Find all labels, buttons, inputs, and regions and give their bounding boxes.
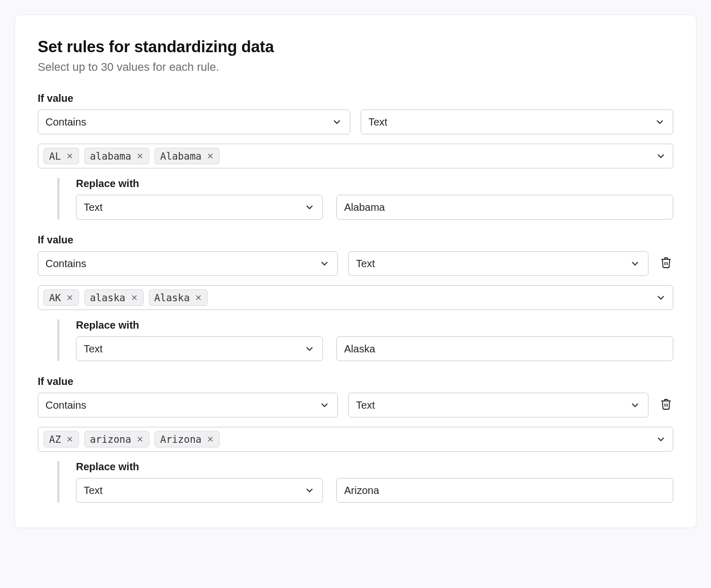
trash-icon	[660, 398, 672, 412]
value-tag: AL	[43, 148, 79, 164]
remove-tag-button[interactable]	[66, 152, 73, 160]
remove-tag-button[interactable]	[136, 152, 144, 160]
condition-row: ContainsText	[38, 110, 673, 134]
close-icon	[66, 150, 73, 162]
condition-type-value: Text	[356, 399, 375, 411]
replace-inner: Replace withTextArizona	[76, 461, 673, 503]
close-icon	[207, 150, 214, 162]
replace-value-text: Alaska	[344, 343, 375, 355]
replace-type-select[interactable]: Text	[76, 195, 323, 220]
condition-row: ContainsText	[38, 393, 673, 417]
values-tag-input[interactable]: AZarizonaArizona	[38, 427, 673, 452]
value-tag-label: Alabama	[160, 150, 202, 162]
if-value-label: If value	[38, 234, 673, 246]
value-tag-label: AK	[49, 292, 61, 303]
value-tag-label: alabama	[90, 150, 131, 162]
value-tag: AK	[43, 289, 79, 306]
condition-operator-select[interactable]: Contains	[38, 251, 338, 276]
value-tag: alaska	[84, 289, 144, 306]
if-value-label: If value	[38, 92, 673, 104]
remove-tag-button[interactable]	[66, 294, 73, 301]
values-tag-input[interactable]: ALalabamaAlabama	[38, 144, 673, 168]
replace-inner: Replace withTextAlabama	[76, 178, 673, 220]
replace-row: TextAlaska	[76, 336, 673, 361]
rule-block: If valueContainsTextALalabamaAlabamaRepl…	[38, 92, 673, 220]
close-icon	[136, 150, 144, 162]
page-title: Set rules for standardizing data	[38, 38, 673, 56]
replace-inner: Replace withTextAlaska	[76, 319, 673, 361]
trash-icon	[660, 256, 672, 271]
value-tag: Alabama	[154, 148, 220, 164]
chevron-down-icon	[654, 116, 666, 128]
condition-type-value: Text	[368, 116, 388, 128]
if-value-label: If value	[38, 376, 673, 388]
replace-value-text: Arizona	[344, 485, 379, 497]
close-icon	[136, 434, 144, 445]
replace-row: TextArizona	[76, 478, 673, 503]
value-tag: Alaska	[149, 289, 208, 306]
replace-value-input[interactable]: Alabama	[336, 195, 673, 220]
replace-type-value: Text	[84, 202, 103, 213]
replace-row: TextAlabama	[76, 195, 673, 220]
remove-tag-button[interactable]	[136, 436, 144, 443]
rule-block: If valueContainsTextAZarizonaArizonaRepl…	[38, 376, 673, 503]
rules-list: If valueContainsTextALalabamaAlabamaRepl…	[38, 92, 673, 503]
close-icon	[207, 434, 214, 445]
rule-block: If valueContainsTextAKalaskaAlaskaReplac…	[38, 234, 673, 361]
delete-rule-button[interactable]	[659, 256, 673, 271]
value-tag-label: AZ	[49, 434, 61, 445]
replace-with-section: Replace withTextAlabama	[57, 178, 673, 220]
value-tag: Arizona	[154, 431, 220, 447]
condition-row: ContainsText	[38, 251, 673, 276]
indent-bar	[57, 178, 59, 220]
chevron-down-icon	[304, 202, 315, 213]
close-icon	[66, 434, 73, 445]
values-tag-input[interactable]: AKalaskaAlaska	[38, 285, 673, 310]
value-tag: alabama	[84, 148, 149, 164]
value-tag-label: alaska	[90, 292, 126, 303]
condition-operator-select[interactable]: Contains	[38, 393, 338, 417]
close-icon	[131, 292, 138, 303]
chevron-down-icon	[629, 399, 641, 411]
replace-value-text: Alabama	[344, 202, 385, 213]
condition-operator-value: Contains	[45, 399, 86, 411]
replace-value-input[interactable]: Arizona	[336, 478, 673, 503]
replace-type-value: Text	[84, 485, 103, 497]
remove-tag-button[interactable]	[207, 152, 214, 160]
value-tag-label: Alaska	[154, 292, 190, 303]
condition-type-select[interactable]: Text	[348, 393, 648, 417]
replace-with-label: Replace with	[76, 461, 673, 473]
replace-with-label: Replace with	[76, 178, 673, 190]
remove-tag-button[interactable]	[195, 294, 202, 301]
replace-type-value: Text	[84, 343, 103, 355]
close-icon	[195, 292, 202, 303]
value-tag: AZ	[43, 431, 79, 447]
value-tag: arizona	[84, 431, 149, 447]
replace-type-select[interactable]: Text	[76, 336, 323, 361]
chevron-down-icon	[331, 116, 343, 128]
chevron-down-icon	[319, 258, 330, 269]
replace-with-label: Replace with	[76, 319, 673, 331]
value-tag-label: AL	[49, 150, 61, 162]
remove-tag-button[interactable]	[207, 436, 214, 443]
condition-operator-value: Contains	[45, 258, 86, 270]
page-subtitle: Select up to 30 values for each rule.	[38, 60, 673, 74]
condition-type-select[interactable]: Text	[361, 110, 673, 134]
chevron-down-icon	[655, 292, 667, 303]
remove-tag-button[interactable]	[131, 294, 138, 301]
value-tag-label: Arizona	[160, 434, 202, 445]
condition-type-value: Text	[356, 258, 375, 270]
replace-with-section: Replace withTextAlaska	[57, 319, 673, 361]
condition-type-select[interactable]: Text	[348, 251, 648, 276]
close-icon	[66, 292, 73, 303]
replace-value-input[interactable]: Alaska	[336, 336, 673, 361]
chevron-down-icon	[304, 343, 315, 354]
indent-bar	[57, 319, 59, 361]
remove-tag-button[interactable]	[66, 436, 73, 443]
chevron-down-icon	[319, 399, 330, 411]
replace-type-select[interactable]: Text	[76, 478, 323, 503]
condition-operator-value: Contains	[45, 116, 86, 128]
condition-operator-select[interactable]: Contains	[38, 110, 350, 134]
replace-with-section: Replace withTextArizona	[57, 461, 673, 503]
delete-rule-button[interactable]	[659, 398, 673, 412]
